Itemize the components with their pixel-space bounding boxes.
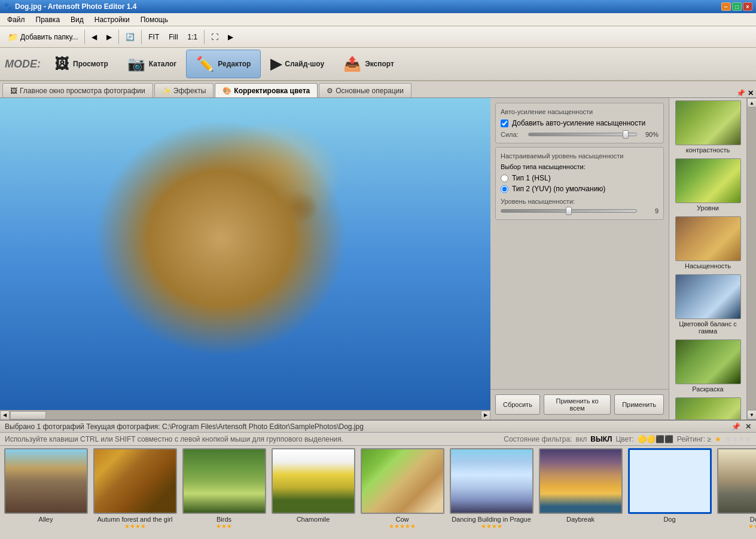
custom-saturation-group: Настраиваемый уровень насыщенности Выбор… — [495, 147, 664, 220]
sat-level-slider[interactable] — [501, 209, 637, 213]
thumb-stars-dog2: ★★★★ — [748, 523, 757, 529]
thumb-stars-birds: ★★★ — [216, 523, 232, 529]
fill-button[interactable]: Fill — [164, 29, 182, 45]
rt-label-contrast: контрастность — [686, 146, 730, 154]
reset-button[interactable]: Сбросить — [495, 394, 540, 415]
rt-label-colorize: Раскраска — [692, 385, 723, 393]
thumb-alley[interactable]: Alley — [2, 448, 89, 523]
apply-all-button[interactable]: Применить ко всем — [544, 394, 611, 415]
thumb-daybreak[interactable]: Daybreak — [537, 448, 624, 523]
add-folder-button[interactable]: 📁 Добавить папку... — [2, 29, 82, 45]
close-tab-icon[interactable]: ✕ — [748, 89, 754, 97]
menu-help[interactable]: Помощь — [136, 14, 173, 25]
tab-icon-2: 🎨 — [222, 87, 231, 95]
thumb-dancing[interactable]: Dancing Building in Prague ★★★★ — [448, 448, 535, 529]
minimize-button[interactable]: − — [721, 2, 731, 11]
thumb-img-autumn — [93, 448, 177, 514]
back-button[interactable]: ◀ — [87, 29, 101, 45]
mode-view-button[interactable]: 🖼 Просмотр — [45, 50, 118, 78]
radio-group-label: Выбор типа насыщенности: — [501, 163, 659, 170]
rt-thumb-extra — [675, 397, 741, 419]
mode-slideshow-button[interactable]: ▶ Слайд-шоу — [261, 50, 334, 78]
rt-item-colorbalance[interactable]: Цветовой баланс с гамма — [672, 274, 744, 335]
radio-yuv[interactable] — [501, 185, 508, 193]
play-button[interactable]: ▶ — [224, 29, 237, 45]
rt-item-colorize[interactable]: Раскраска — [672, 339, 744, 393]
radio-hsl[interactable] — [501, 174, 508, 182]
center-panel: Авто-усиление насыщенности Добавить авто… — [490, 98, 669, 419]
thumb-img-birds — [182, 448, 266, 514]
rt-item-levels[interactable]: Уровни — [672, 158, 744, 212]
auto-saturation-slider[interactable] — [528, 133, 637, 136]
thumb-img-daybreak — [539, 448, 623, 514]
mode-export-button[interactable]: 📤 Экспорт — [334, 50, 404, 78]
filter-off-label[interactable]: ВЫКЛ — [590, 435, 612, 443]
sat-level-row: Уровень насыщенности: — [501, 198, 659, 205]
content-area: ▲ ▼ ◀ ▶ Авто-усиление н — [0, 98, 756, 419]
menu-file[interactable]: Файл — [2, 14, 30, 25]
fullscreen-icon: ⛶ — [211, 33, 218, 41]
pin-icon[interactable]: 📌 — [736, 89, 745, 97]
rating-empty-stars: ★★★★ — [725, 435, 751, 443]
filter-on-label[interactable]: вкл — [576, 435, 587, 443]
thumb-chamomile[interactable]: Chamomile — [270, 448, 356, 523]
toolbar-separator-2 — [118, 30, 119, 44]
auto-saturation-checkbox-row: Добавить авто-усиление насыщенности — [501, 119, 659, 127]
rt-item-extra[interactable] — [672, 397, 744, 419]
sat-level-label: Уровень насыщенности: — [501, 198, 575, 205]
bottom-panel: Выбрано 1 фотографий Текущая фотография:… — [0, 419, 756, 539]
hscroll-track[interactable] — [10, 411, 481, 420]
hscroll-thumb[interactable] — [10, 411, 46, 419]
filter-state-label: Состояние фильтра: — [504, 435, 572, 443]
tab-main-view[interactable]: 🖼 Главное окно просмотра фотографии — [2, 83, 153, 97]
thumb-birds[interactable]: Birds ★★★ — [181, 448, 267, 529]
saturation-radio-group: Тип 1 (HSL) Тип 2 (YUV) (по умолчанию) — [501, 174, 659, 193]
pin-bottom-icon[interactable]: 📌 — [731, 422, 740, 431]
tab-color-correction[interactable]: 🎨 Корректировка цвета — [215, 83, 318, 97]
close-button[interactable]: × — [743, 2, 752, 11]
thumb-img-chamomile — [272, 448, 355, 514]
radio-row-1: Тип 1 (HSL) — [501, 174, 659, 182]
menu-settings[interactable]: Настройки — [90, 14, 135, 25]
scroll-left-button[interactable]: ◀ — [0, 411, 10, 420]
one-to-one-button[interactable]: 1:1 — [184, 29, 202, 45]
maximize-button[interactable]: □ — [732, 2, 742, 11]
auto-saturation-value: 90% — [641, 131, 659, 138]
custom-saturation-title: Настраиваемый уровень насыщенности — [501, 152, 659, 160]
radio-row-2: Тип 2 (YUV) (по умолчанию) — [501, 185, 659, 193]
rt-scroll-track[interactable] — [747, 108, 756, 410]
menu-edit[interactable]: Правка — [31, 14, 65, 25]
mode-catalog-button[interactable]: 📷 Каталог — [118, 50, 187, 78]
mode-bar: MODE: 🖼 Просмотр 📷 Каталог ✏️ Редактор ▶… — [0, 48, 756, 81]
sat-level-thumb[interactable] — [566, 207, 572, 215]
tab-basic-ops[interactable]: ⚙ Основные операции — [319, 83, 411, 97]
close-bottom-icon[interactable]: ✕ — [745, 422, 751, 431]
photo-view[interactable] — [0, 98, 490, 410]
tab-effects[interactable]: ✨ Эффекты — [154, 83, 214, 97]
thumb-dog[interactable]: Dog — [626, 448, 713, 523]
thumb-cow[interactable]: Cow ★★★★★ — [359, 448, 446, 529]
rt-item-contrast[interactable]: контрастность — [672, 100, 744, 154]
fit-button[interactable]: FIT — [144, 29, 163, 45]
menu-view[interactable]: Вид — [66, 14, 89, 25]
auto-saturation-checkbox[interactable] — [501, 120, 508, 127]
auto-saturation-thumb[interactable] — [623, 130, 629, 139]
forward-button[interactable]: ▶ — [102, 29, 116, 45]
rt-scroll-up[interactable]: ▲ — [747, 98, 756, 108]
thumb-autumn[interactable]: Autumn forest and the girl ★★★★ — [92, 448, 178, 529]
bottom-filter-bar: Используйте клавиши CTRL или SHIFT совме… — [0, 433, 756, 446]
thumb-dog2[interactable]: Dog 2 ★★★★ — [715, 448, 756, 529]
refresh-button[interactable]: 🔄 — [121, 29, 139, 45]
photo-hscrollbar: ◀ ▶ — [0, 410, 490, 419]
apply-button[interactable]: Применить — [614, 394, 664, 415]
thumb-img-dog2 — [717, 448, 757, 514]
tab-icon-1: ✨ — [162, 87, 171, 95]
thumb-name-chamomile: Chamomile — [297, 516, 330, 523]
rt-label-colorbalance: Цветовой баланс с гамма — [672, 320, 744, 335]
rt-item-saturation[interactable]: Насыщенность — [672, 216, 744, 270]
mode-editor-button[interactable]: ✏️ Редактор — [186, 50, 261, 78]
scroll-right-button[interactable]: ▶ — [481, 411, 490, 420]
export-icon: 📤 — [343, 56, 361, 72]
rt-scroll-down[interactable]: ▼ — [747, 410, 756, 419]
fullscreen-button[interactable]: ⛶ — [207, 29, 222, 45]
